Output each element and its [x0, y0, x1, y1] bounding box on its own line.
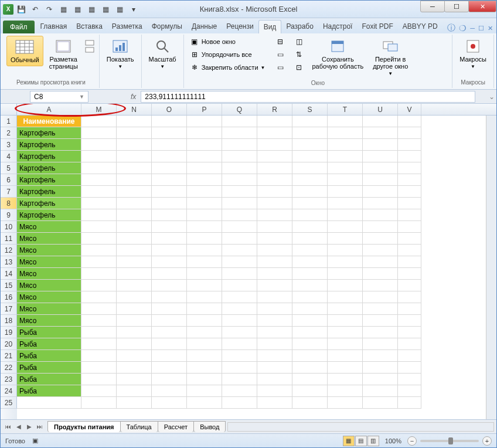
cell-S4[interactable]: [292, 151, 328, 162]
cell-Q17[interactable]: [222, 303, 257, 315]
cell-O18[interactable]: [152, 315, 187, 327]
page-break-button[interactable]: [84, 36, 96, 57]
cell-V7[interactable]: [398, 186, 421, 198]
cell-T3[interactable]: [328, 139, 363, 151]
cell-O9[interactable]: [152, 209, 187, 221]
ribbon-tab-6[interactable]: Вид: [258, 20, 282, 33]
cell-A21[interactable]: Рыба: [17, 350, 81, 362]
cell-U19[interactable]: [363, 327, 398, 338]
cell-O14[interactable]: [152, 268, 187, 280]
cell-S20[interactable]: [292, 338, 328, 350]
col-header-A[interactable]: A: [17, 104, 81, 115]
ribbon-tab-5[interactable]: Рецензи: [222, 20, 258, 33]
cell-U3[interactable]: [363, 139, 398, 151]
cell-V25[interactable]: [398, 397, 421, 409]
cell-R21[interactable]: [257, 350, 292, 362]
cell-S17[interactable]: [292, 303, 328, 315]
fx-button[interactable]: fx: [126, 93, 141, 101]
cell-U7[interactable]: [363, 186, 398, 198]
cell-S3[interactable]: [292, 139, 328, 151]
cell-V11[interactable]: [398, 233, 421, 245]
cell-A14[interactable]: Мясо: [17, 268, 81, 280]
cell-U11[interactable]: [363, 233, 398, 245]
cell-U20[interactable]: [363, 338, 398, 350]
cell-S24[interactable]: [292, 385, 328, 397]
cell-A10[interactable]: Мясо: [17, 221, 81, 233]
row-header-10[interactable]: 10: [1, 221, 17, 233]
cell-R10[interactable]: [257, 221, 292, 233]
row-header-7[interactable]: 7: [1, 186, 17, 198]
cell-R3[interactable]: [257, 139, 292, 151]
cell-P2[interactable]: [187, 127, 222, 139]
cell-S12[interactable]: [292, 245, 328, 256]
freeze-panes-button[interactable]: ❄ Закрепить области ▼: [188, 62, 268, 73]
cell-N18[interactable]: [117, 315, 152, 327]
cell-M20[interactable]: [81, 338, 117, 350]
sheet-nav-prev[interactable]: ◀: [13, 422, 24, 432]
row-header-21[interactable]: 21: [1, 350, 17, 362]
cell-O11[interactable]: [152, 233, 187, 245]
vertical-scrollbar[interactable]: [486, 116, 496, 419]
cell-T17[interactable]: [328, 303, 363, 315]
cell-U16[interactable]: [363, 291, 398, 303]
cell-N14[interactable]: [117, 268, 152, 280]
row-header-17[interactable]: 17: [1, 303, 17, 315]
cell-P21[interactable]: [187, 350, 222, 362]
cell-M22[interactable]: [81, 362, 117, 374]
cell-Q15[interactable]: [222, 280, 257, 291]
cell-U18[interactable]: [363, 315, 398, 327]
cell-Q22[interactable]: [222, 362, 257, 374]
cell-V15[interactable]: [398, 280, 421, 291]
cell-R5[interactable]: [257, 162, 292, 174]
cell-R22[interactable]: [257, 362, 292, 374]
cell-M4[interactable]: [81, 151, 117, 162]
cell-A23[interactable]: Рыба: [17, 374, 81, 385]
col-header-R[interactable]: R: [257, 104, 292, 115]
cell-P13[interactable]: [187, 256, 222, 268]
cell-T16[interactable]: [328, 291, 363, 303]
cell-S5[interactable]: [292, 162, 328, 174]
cell-P10[interactable]: [187, 221, 222, 233]
cell-A12[interactable]: Мясо: [17, 245, 81, 256]
cell-Q25[interactable]: [222, 397, 257, 409]
cell-U10[interactable]: [363, 221, 398, 233]
ribbon-tab-0[interactable]: Главная: [36, 20, 72, 33]
macros-button[interactable]: Макросы ▼: [456, 36, 490, 72]
cell-M21[interactable]: [81, 350, 117, 362]
cell-V20[interactable]: [398, 338, 421, 350]
cell-M18[interactable]: [81, 315, 117, 327]
cell-P20[interactable]: [187, 338, 222, 350]
row-header-4[interactable]: 4: [1, 151, 17, 162]
cell-O1[interactable]: [152, 116, 187, 127]
ribbon-tab-10[interactable]: ABBYY PD: [398, 20, 442, 33]
zoom-slider[interactable]: [420, 440, 479, 442]
cell-N17[interactable]: [117, 303, 152, 315]
cell-T4[interactable]: [328, 151, 363, 162]
cell-V24[interactable]: [398, 385, 421, 397]
cell-N22[interactable]: [117, 362, 152, 374]
cell-P7[interactable]: [187, 186, 222, 198]
col-header-S[interactable]: S: [292, 104, 328, 115]
col-header-P[interactable]: P: [187, 104, 222, 115]
qat-dropdown[interactable]: ▾: [127, 3, 140, 16]
cell-Q24[interactable]: [222, 385, 257, 397]
cell-P19[interactable]: [187, 327, 222, 338]
row-header-20[interactable]: 20: [1, 338, 17, 350]
cell-U22[interactable]: [363, 362, 398, 374]
cell-S19[interactable]: [292, 327, 328, 338]
cell-T2[interactable]: [328, 127, 363, 139]
cell-A4[interactable]: Картофель: [17, 151, 81, 162]
cell-N5[interactable]: [117, 162, 152, 174]
cell-R7[interactable]: [257, 186, 292, 198]
cell-R4[interactable]: [257, 151, 292, 162]
cell-Q18[interactable]: [222, 315, 257, 327]
cell-U9[interactable]: [363, 209, 398, 221]
cell-A1[interactable]: Наименование: [17, 116, 81, 127]
cell-R19[interactable]: [257, 327, 292, 338]
page-layout-button[interactable]: Разметка страницы: [46, 36, 81, 72]
doc-close-icon[interactable]: ✕: [488, 25, 493, 32]
status-break-view[interactable]: ▥: [367, 436, 379, 446]
side-by-side-button[interactable]: ◫: [292, 36, 306, 47]
cell-P18[interactable]: [187, 315, 222, 327]
cell-P11[interactable]: [187, 233, 222, 245]
